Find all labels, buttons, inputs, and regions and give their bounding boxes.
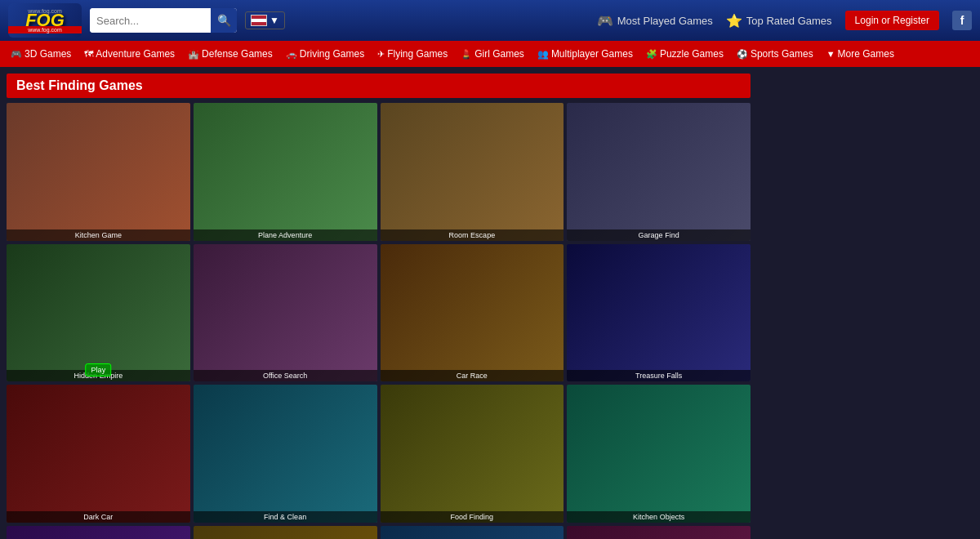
game-thumb-7[interactable]: Car Race — [381, 244, 564, 382]
nav-item-more-games[interactable]: ▼More Games — [820, 41, 901, 67]
star-icon: ⭐ — [726, 13, 742, 29]
nav-icon: 🚗 — [286, 49, 297, 60]
game-thumb-11[interactable]: Food Finding — [381, 385, 564, 523]
nav-item-adventure-games[interactable]: 🗺Adventure Games — [78, 41, 181, 67]
game-label: Treasure Falls — [567, 370, 751, 381]
nav-item-flying-games[interactable]: ✈Flying Games — [371, 41, 454, 67]
game-thumb-image — [7, 103, 190, 241]
game-thumb-10[interactable]: Find & Clean — [194, 385, 377, 523]
game-label: Car Race — [381, 370, 564, 381]
header-nav: 🎮 Most Played Games ⭐ Top Rated Games Lo… — [597, 11, 972, 30]
nav-icon: 👥 — [537, 49, 549, 60]
game-thumb-image — [381, 385, 564, 523]
login-button[interactable]: Login or Register — [845, 11, 939, 30]
search-input[interactable] — [90, 8, 211, 33]
game-label: Dark Car — [7, 511, 190, 523]
game-thumb-image — [7, 385, 190, 523]
game-thumb-image — [567, 526, 751, 539]
game-thumb-image — [567, 244, 751, 382]
nav-label: Adventure Games — [96, 48, 175, 60]
game-thumb-12[interactable]: Kitchen Objects — [567, 385, 751, 523]
facebook-header-icon[interactable]: f — [952, 11, 972, 30]
game-thumb-3[interactable]: Room Escape — [381, 103, 564, 241]
game-thumb-8[interactable]: Treasure Falls — [567, 244, 751, 382]
nav-label: Sports Games — [751, 48, 813, 60]
us-flag-icon — [251, 15, 267, 26]
game-thumb-image — [381, 103, 564, 241]
nav-label: Puzzle Games — [660, 48, 724, 60]
main-navigation: 🎮3D Games🗺Adventure Games🏰Defense Games🚗… — [0, 41, 980, 67]
games-grid: Kitchen GamePlane AdventureRoom EscapeGa… — [7, 103, 751, 539]
top-rated-label: Top Rated Games — [746, 15, 832, 27]
section-title: Best Finding Games — [7, 74, 751, 98]
nav-icon: ⚽ — [737, 49, 748, 60]
flag-arrow-icon: ▼ — [270, 15, 279, 26]
nav-label: 3D Games — [24, 48, 71, 60]
game-thumb-13[interactable]: Mystery House — [7, 526, 190, 539]
nav-item-driving-games[interactable]: 🚗Driving Games — [279, 41, 371, 67]
game-thumb-4[interactable]: Garage Find — [567, 103, 751, 241]
main-content: Best Finding Games Kitchen GamePlane Adv… — [0, 67, 980, 539]
nav-item-3d-games[interactable]: 🎮3D Games — [4, 41, 78, 67]
play-button[interactable]: Play — [86, 363, 112, 376]
search-box[interactable]: 🔍 — [90, 8, 237, 33]
logo-www-text: www.fog.com — [8, 8, 82, 14]
nav-label: Girl Games — [474, 48, 524, 60]
games-content: Best Finding Games Kitchen GamePlane Adv… — [7, 74, 751, 539]
game-thumb-6[interactable]: Office Search — [194, 244, 377, 382]
game-label: Kitchen Objects — [567, 511, 751, 523]
language-selector[interactable]: ▼ — [245, 11, 285, 29]
game-thumb-1[interactable]: Kitchen Game — [7, 103, 190, 241]
nav-label: More Games — [838, 48, 894, 60]
game-label: Plane Adventure — [194, 229, 377, 241]
nav-label: Driving Games — [300, 48, 364, 60]
game-thumb-2[interactable]: Plane Adventure — [194, 103, 377, 241]
game-thumb-image — [381, 526, 564, 539]
nav-label: Multiplayer Games — [551, 48, 633, 60]
nav-icon: 💄 — [461, 49, 472, 60]
game-label: Food Finding — [381, 511, 564, 523]
game-thumb-16[interactable]: Hidden Objects — [567, 526, 751, 539]
nav-item-girl-games[interactable]: 💄Girl Games — [454, 41, 531, 67]
nav-item-sports-games[interactable]: ⚽Sports Games — [730, 41, 820, 67]
game-thumb-9[interactable]: Dark Car — [7, 385, 190, 523]
game-thumb-image — [194, 385, 377, 523]
game-thumb-5[interactable]: Hidden EmpirePlay — [7, 244, 190, 382]
top-rated-link[interactable]: ⭐ Top Rated Games — [726, 13, 832, 29]
game-thumb-image — [194, 526, 377, 539]
game-thumb-14[interactable]: Sports Car — [194, 526, 377, 539]
game-label: Room Escape — [381, 229, 564, 241]
logo-ribbon: www.fog.com — [8, 26, 82, 33]
game-thumb-image — [7, 244, 190, 382]
nav-icon: 🏰 — [188, 49, 199, 60]
header: www.fog.com FOG www.fog.com 🔍 ▼ 🎮 Most P… — [0, 0, 980, 41]
game-thumb-image — [567, 103, 751, 241]
nav-icon: ▼ — [826, 49, 835, 59]
game-label: Kitchen Game — [7, 229, 190, 241]
sidebar — [757, 74, 973, 539]
most-played-link[interactable]: 🎮 Most Played Games — [597, 13, 713, 29]
gamepad-icon: 🎮 — [597, 13, 613, 29]
search-button[interactable]: 🔍 — [211, 8, 237, 33]
game-thumb-15[interactable]: Faraon House — [381, 526, 564, 539]
most-played-label: Most Played Games — [617, 15, 713, 27]
game-label: Garage Find — [567, 229, 751, 241]
game-label: Find & Clean — [194, 511, 377, 523]
game-thumb-image — [7, 526, 190, 539]
game-thumb-image — [194, 103, 377, 241]
nav-label: Flying Games — [387, 48, 448, 60]
nav-item-puzzle-games[interactable]: 🧩Puzzle Games — [639, 41, 730, 67]
game-thumb-image — [567, 385, 751, 523]
nav-icon: 🗺 — [84, 49, 93, 59]
nav-icon: 🧩 — [646, 49, 657, 60]
nav-label: Defense Games — [202, 48, 273, 60]
game-thumb-image — [381, 244, 564, 382]
nav-item-defense-games[interactable]: 🏰Defense Games — [181, 41, 279, 67]
nav-item-multiplayer-games[interactable]: 👥Multiplayer Games — [531, 41, 639, 67]
game-thumb-image — [194, 244, 377, 382]
game-label: Office Search — [194, 370, 377, 381]
nav-icon: 🎮 — [11, 49, 22, 60]
nav-icon: ✈ — [377, 49, 385, 60]
site-logo[interactable]: www.fog.com FOG www.fog.com — [8, 3, 82, 38]
